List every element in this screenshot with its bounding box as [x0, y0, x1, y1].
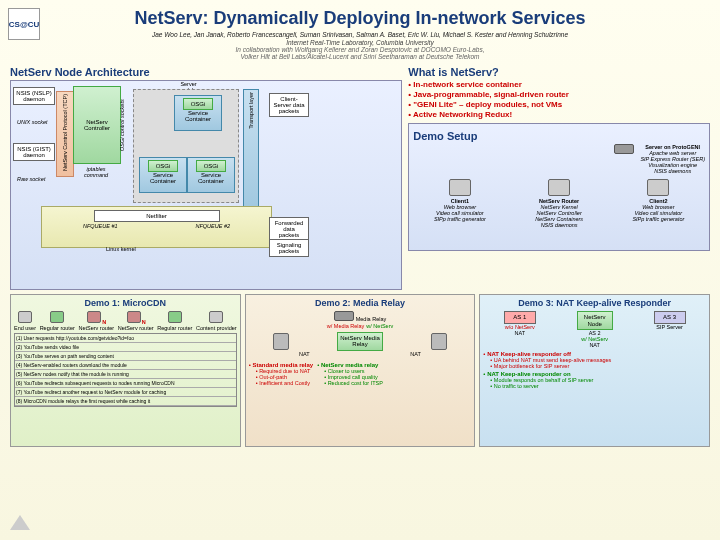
- kernel-box: Netfilter NFQUEUE #1NFQUEUE #2: [41, 206, 272, 248]
- demo1-steps: (1) User requests http://youtube.com/get…: [14, 333, 237, 407]
- collab1: In collaboration with Wolfgang Kellerer …: [10, 46, 710, 53]
- svc2-box: OSGiService Container: [139, 157, 187, 193]
- what-item: Active Networking Redux!: [408, 110, 710, 119]
- svc1-box: OSGiService Container: [174, 95, 222, 131]
- nsis1-box: NSIS (NSLP) daemon: [13, 87, 55, 105]
- netfilter-box: Netfilter: [94, 210, 220, 222]
- fwd-label: Forwarded data packets: [269, 217, 309, 241]
- cs-label: Client-Server data packets: [269, 93, 309, 117]
- svc3-box: OSGiService Container: [187, 157, 235, 193]
- arch-title: NetServ Node Architecture: [10, 66, 402, 78]
- raw-label: Raw socket: [17, 176, 45, 182]
- server-icon: [614, 144, 634, 154]
- demo2: Demo 2: Media Relay Media Relay w/ Media…: [245, 294, 476, 447]
- demo3: Demo 3: NAT Keep-alive Responder AS 1w/o…: [479, 294, 710, 447]
- demo3-on: NAT Keep-alive responder onModule respon…: [483, 371, 706, 389]
- collab2: Volker Hilt at Bell Labs/Alcatel-Lucent …: [10, 53, 710, 60]
- unix-label: UNIX socket: [17, 119, 48, 125]
- arch-diagram: NSIS (NSLP) daemon UNIX socket NSIS (GIS…: [10, 80, 402, 290]
- server-icon: [334, 311, 354, 321]
- computer-icon: [647, 179, 669, 196]
- controller-box: NetServ Controller: [73, 86, 121, 164]
- transport-box: Transport layer: [243, 89, 259, 211]
- computer-icon: [449, 179, 471, 196]
- osgi-sock-label: OSGi control sockets: [119, 91, 125, 151]
- what-item: Java-programmable, signal-driven router: [408, 90, 710, 99]
- demo2-ns: NetServ media relayCloser to usersImprov…: [317, 362, 383, 386]
- what-list: In-network service container Java-progra…: [408, 80, 710, 119]
- demo1: Demo 1: MicroCDN End user Regular router…: [10, 294, 241, 447]
- nscp-box: NetServ Control Protocol (TCP): [56, 91, 74, 177]
- sig-label: Signaling packets: [269, 239, 309, 257]
- authors: Jae Woo Lee, Jan Janak, Roberto Francesc…: [10, 31, 710, 38]
- nsis2-box: NSIS (GIST) daemon: [13, 143, 55, 161]
- demo-setup: Demo Setup Server on ProtoGENIApache web…: [408, 123, 710, 251]
- what-title: What is NetServ?: [408, 66, 710, 78]
- linux-label: Linux kernel: [106, 246, 136, 252]
- logo: CS@CU: [8, 8, 40, 40]
- demo3-off: NAT Keep-alive responder offUA behind NA…: [483, 351, 706, 369]
- iptables-label: iptables command: [76, 166, 116, 178]
- what-item: "GENI Lite" – deploy modules, not VMs: [408, 100, 710, 109]
- lab: Internet Real-Time Laboratory, Columbia …: [10, 39, 710, 46]
- what-item: In-network service container: [408, 80, 710, 89]
- nav-icon: [10, 515, 30, 530]
- main-title: NetServ: Dynamically Deploying In-networ…: [10, 8, 710, 29]
- computer-icon: [548, 179, 570, 196]
- demo2-std: Standard media relayRequired due to NATO…: [249, 362, 313, 386]
